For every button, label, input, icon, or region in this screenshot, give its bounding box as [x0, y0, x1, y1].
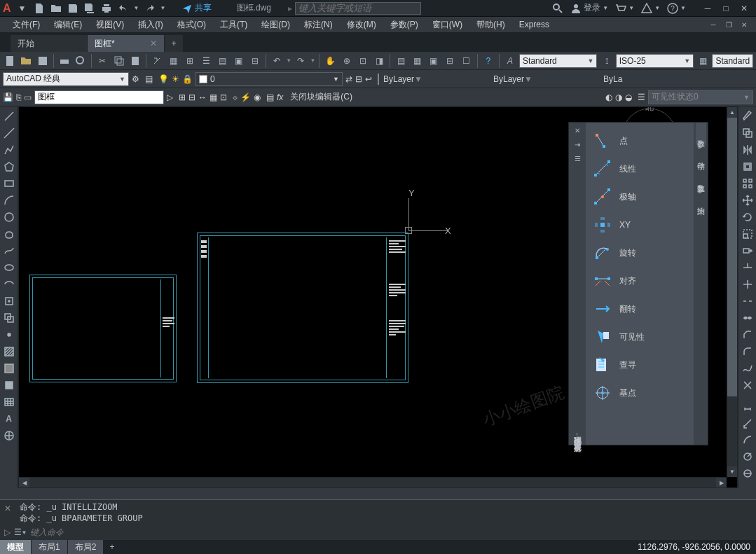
gradient-icon[interactable] — [1, 361, 17, 376]
match-icon[interactable] — [150, 53, 164, 69]
calc-icon[interactable]: ⊟ — [248, 53, 262, 69]
properties-icon[interactable]: ▤ — [394, 53, 408, 69]
menu-modify[interactable]: 修改(M) — [340, 17, 383, 32]
help-icon[interactable]: ?▼ — [667, 3, 686, 14]
bvis-mgr-icon[interactable]: ☰ — [638, 92, 645, 102]
arc-icon[interactable] — [1, 193, 17, 208]
dim2-icon[interactable] — [740, 415, 755, 431]
autodesk-icon[interactable]: ▼ — [641, 3, 660, 14]
add-layout-button[interactable]: + — [104, 542, 120, 552]
bvis3-icon[interactable]: ◒ — [625, 92, 632, 102]
palette-tab-paramset[interactable]: 参数集 — [696, 167, 706, 190]
palette-item-flip[interactable]: 翻转 — [589, 295, 691, 323]
layeriso-icon[interactable]: ⊟ — [355, 74, 362, 84]
menu-window[interactable]: 窗口(W) — [425, 17, 469, 32]
erase-icon[interactable] — [740, 109, 755, 124]
dim1-icon[interactable] — [740, 399, 755, 414]
ellipsearc-icon[interactable] — [1, 277, 17, 292]
share-button[interactable]: 共享 — [182, 2, 212, 14]
stretch-icon[interactable] — [740, 243, 755, 258]
cmd-menu-icon[interactable]: ☰▼ — [15, 527, 26, 538]
hatch-icon[interactable] — [1, 344, 17, 359]
maximize-button[interactable]: □ — [717, 2, 735, 15]
dimstyle-combo[interactable]: ISO-25▼ — [616, 54, 694, 68]
new-file-icon[interactable] — [32, 1, 46, 15]
palette-item-point[interactable]: 点 — [589, 127, 691, 155]
bauto-icon[interactable]: ⊞ — [179, 92, 186, 102]
spline-icon[interactable] — [1, 243, 17, 258]
command-input[interactable] — [30, 527, 752, 537]
redo2-drop[interactable]: ▼ — [310, 57, 315, 64]
circle-icon[interactable] — [1, 209, 17, 225]
redo-drop-icon[interactable]: ▼ — [160, 1, 167, 15]
bmove-icon[interactable]: ↔ — [198, 92, 207, 102]
clean-icon[interactable]: ☐ — [459, 53, 473, 69]
tab-drawing[interactable]: 图框* ✕ — [88, 35, 165, 52]
line-icon[interactable] — [1, 109, 17, 124]
preview-icon[interactable] — [74, 53, 88, 69]
array-icon[interactable] — [740, 176, 755, 191]
tab-layout2[interactable]: 布局2 — [68, 540, 104, 554]
extend-icon[interactable] — [740, 277, 755, 292]
qat-menu-icon[interactable]: ▼ — [15, 1, 29, 15]
bconstr-icon[interactable]: ▤ — [266, 92, 274, 102]
menu-param[interactable]: 参数(P) — [383, 17, 425, 32]
table-icon[interactable] — [1, 394, 17, 410]
search-icon[interactable] — [552, 3, 563, 14]
lineweight-combo[interactable]: ByLa — [600, 74, 642, 84]
mtext-icon[interactable]: A — [1, 411, 17, 427]
revcloud-icon[interactable] — [1, 226, 17, 242]
layerprop-icon[interactable]: ▤ — [145, 74, 153, 84]
palette-item-rotate[interactable]: 旋转 — [589, 239, 691, 267]
help2-icon[interactable]: ? — [481, 53, 495, 69]
cut-icon[interactable]: ✂ — [95, 53, 109, 69]
undo-drop-icon[interactable]: ▼ — [133, 1, 140, 15]
close-button[interactable]: ✕ — [735, 2, 753, 15]
palette-item-lookup[interactable]: 查寻 — [589, 351, 691, 379]
bparam2-icon[interactable]: ⟐ — [233, 92, 238, 102]
mdi-close-button[interactable]: ✕ — [738, 19, 750, 30]
horizontal-scrollbar[interactable]: ◀▶ — [19, 477, 727, 487]
palette-tab-constraint[interactable]: 约束 — [696, 190, 706, 212]
textstyle-combo[interactable]: Standard▼ — [519, 54, 597, 68]
bvis2-icon[interactable]: ◑ — [615, 92, 622, 102]
mdi-minimize-button[interactable]: ─ — [707, 19, 720, 30]
bvis1-icon[interactable]: ◐ — [605, 92, 612, 102]
ellipse-icon[interactable] — [1, 260, 17, 275]
palette-tab-action[interactable]: 动作 — [696, 145, 706, 167]
markup-icon[interactable]: ▣ — [231, 53, 245, 69]
menu-view[interactable]: 视图(V) — [89, 17, 131, 32]
paste-icon[interactable] — [128, 53, 142, 69]
tab-model[interactable]: 模型 — [0, 540, 31, 554]
trim-icon[interactable] — [740, 260, 755, 275]
color-combo[interactable]: ByLayer▼ — [378, 74, 486, 84]
block-icon[interactable]: ▦ — [166, 53, 180, 69]
bfx-icon[interactable]: fx — [277, 92, 283, 102]
layerlock-icon[interactable]: 🔒 — [182, 74, 193, 84]
palette-close-icon[interactable]: ✕ — [572, 125, 582, 135]
join-icon[interactable] — [740, 310, 755, 326]
xline-icon[interactable] — [1, 125, 17, 141]
menu-format[interactable]: 格式(O) — [170, 17, 213, 32]
palette-item-xy[interactable]: XY — [589, 211, 691, 239]
vertical-scrollbar[interactable]: ▲▼ — [727, 107, 737, 477]
tablestyle-icon[interactable]: ▦ — [696, 53, 710, 69]
layerstate-icon[interactable]: ⊟ — [443, 53, 457, 69]
point-icon[interactable] — [1, 327, 17, 342]
dimstyle-icon[interactable]: ⟟ — [599, 53, 613, 69]
addselected-icon[interactable] — [1, 428, 17, 443]
tab-close-icon[interactable]: ✕ — [150, 39, 157, 48]
zoom-prev-icon[interactable]: ◨ — [372, 53, 386, 69]
palette-handle[interactable]: ✕ ⇥ ☰ 块编写选项板 - 所有选项板 — [569, 123, 586, 445]
visibility-combo[interactable]: 可见性状态0▼ — [648, 90, 753, 104]
undo2-icon[interactable]: ↶ — [270, 53, 284, 69]
chamfer-icon[interactable] — [740, 327, 755, 342]
redo-icon[interactable] — [143, 1, 157, 15]
palette-item-basepoint[interactable]: 基点 — [589, 379, 691, 407]
sheetset-icon[interactable]: ▤ — [215, 53, 229, 69]
block-close-button[interactable]: 关闭块编辑器(C) — [286, 91, 357, 103]
login-button[interactable]: 登录 ▼ — [570, 2, 608, 14]
zoom-realtime-icon[interactable]: ⊕ — [340, 53, 354, 69]
blend-icon[interactable] — [740, 361, 755, 376]
layerfreeze-icon[interactable]: ☀ — [172, 74, 179, 84]
